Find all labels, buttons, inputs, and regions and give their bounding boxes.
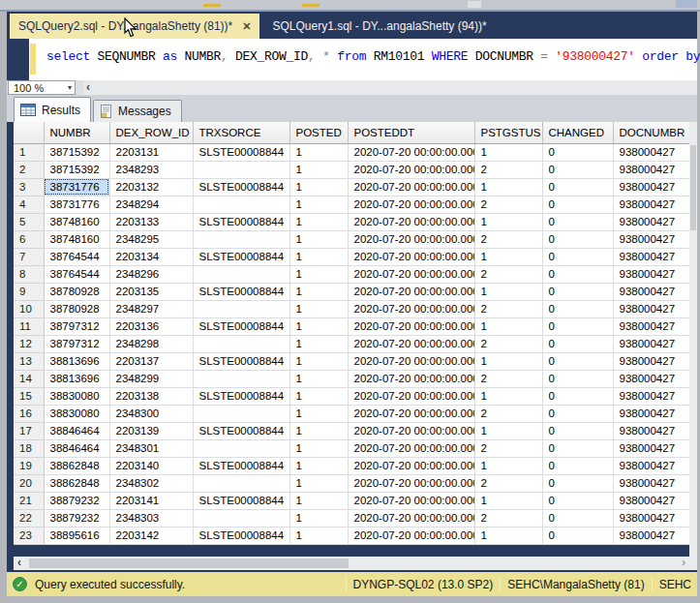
- grid-cell[interactable]: 2020-07-20 00:00:00.000: [348, 230, 474, 248]
- grid-cell[interactable]: 38731776: [44, 178, 109, 196]
- grid-cell[interactable]: 1: [289, 213, 348, 230]
- grid-cell[interactable]: 38813696: [44, 352, 109, 370]
- grid-cell[interactable]: 938000427: [613, 213, 689, 230]
- grid-cell[interactable]: 2020-07-20 00:00:00.000: [348, 143, 474, 161]
- grid-cell[interactable]: 2020-07-20 00:00:00.000: [348, 352, 474, 370]
- grid-cell[interactable]: 2: [474, 230, 542, 248]
- grid-cell[interactable]: 38862848: [44, 474, 109, 492]
- grid-cell[interactable]: 38813696: [44, 370, 109, 387]
- grid-cell[interactable]: 0: [542, 213, 613, 230]
- row-number-cell[interactable]: 18: [14, 439, 44, 457]
- grid-cell[interactable]: 2020-07-20 00:00:00.000: [348, 387, 474, 405]
- column-header[interactable]: TRXSORCE: [193, 122, 289, 143]
- grid-cell[interactable]: 1: [289, 370, 348, 387]
- grid-cell[interactable]: 0: [542, 492, 613, 509]
- grid-cell[interactable]: 1: [289, 405, 348, 422]
- grid-cell[interactable]: 2203133: [109, 213, 193, 230]
- grid-cell[interactable]: 2020-07-20 00:00:00.000: [348, 492, 474, 509]
- row-number-cell[interactable]: 6: [14, 230, 44, 248]
- row-number-cell[interactable]: 7: [14, 248, 44, 265]
- grid-cell[interactable]: [193, 509, 289, 527]
- grid-cell[interactable]: 2: [474, 405, 542, 422]
- grid-cell[interactable]: 2020-07-20 00:00:00.000: [348, 335, 474, 352]
- grid-cell[interactable]: 938000427: [613, 370, 689, 387]
- grid-cell[interactable]: 38764544: [44, 265, 109, 283]
- grid-cell[interactable]: 1: [289, 457, 348, 474]
- grid-cell[interactable]: 2020-07-20 00:00:00.000: [348, 300, 474, 317]
- grid-cell[interactable]: 2020-07-20 00:00:00.000: [348, 213, 474, 230]
- grid-cell[interactable]: 2: [474, 335, 542, 352]
- grid-cell[interactable]: 938000427: [613, 405, 689, 422]
- grid-cell[interactable]: 2203135: [109, 283, 193, 300]
- grid-cell[interactable]: [193, 370, 289, 387]
- grid-cell[interactable]: 1: [289, 196, 348, 213]
- grid-cell[interactable]: 0: [542, 527, 613, 544]
- row-number-cell[interactable]: 15: [14, 387, 44, 405]
- grid-cell[interactable]: 38715392: [44, 161, 109, 178]
- grid-cell[interactable]: 1: [474, 492, 542, 509]
- grid-cell[interactable]: 0: [542, 230, 613, 248]
- scrollbar-thumb[interactable]: [29, 558, 349, 568]
- grid-cell[interactable]: 2348296: [109, 265, 193, 283]
- grid-cell[interactable]: 938000427: [613, 283, 689, 300]
- grid-cell[interactable]: 1: [289, 283, 348, 300]
- row-number-cell[interactable]: 2: [14, 161, 44, 178]
- grid-cell[interactable]: 38780928: [44, 283, 109, 300]
- grid-cell[interactable]: 938000427: [613, 474, 689, 492]
- grid-horizontal-scrollbar[interactable]: ‹ ›: [14, 557, 689, 570]
- grid-cell[interactable]: 938000427: [613, 492, 689, 509]
- scroll-left-icon[interactable]: ‹: [86, 80, 90, 94]
- grid-cell[interactable]: 0: [542, 317, 613, 335]
- row-number-cell[interactable]: 19: [14, 457, 44, 474]
- grid-cell[interactable]: 2348293: [109, 161, 193, 178]
- grid-cell[interactable]: 1: [289, 178, 348, 196]
- grid-cell[interactable]: 1: [289, 509, 348, 527]
- row-number-cell[interactable]: 3: [14, 178, 44, 196]
- grid-cell[interactable]: 2203136: [109, 317, 193, 335]
- grid-cell[interactable]: 1: [289, 161, 348, 178]
- grid-cell[interactable]: 2348294: [109, 196, 193, 213]
- grid-cell[interactable]: SLSTE00008844: [193, 317, 289, 335]
- grid-cell[interactable]: 0: [542, 457, 613, 474]
- zoom-level-select[interactable]: 100 % ▾: [8, 80, 76, 95]
- grid-cell[interactable]: [193, 265, 289, 283]
- grid-cell[interactable]: 2020-07-20 00:00:00.000: [348, 422, 474, 439]
- grid-cell[interactable]: 2203138: [109, 387, 193, 405]
- grid-cell[interactable]: SLSTE00008844: [193, 387, 289, 405]
- tab-results[interactable]: Results: [14, 97, 91, 122]
- grid-cell[interactable]: 0: [542, 422, 613, 439]
- grid-cell[interactable]: 1: [474, 178, 542, 196]
- grid-cell[interactable]: 1: [289, 492, 348, 509]
- grid-cell[interactable]: 2: [474, 196, 542, 213]
- close-icon[interactable]: ✕: [242, 20, 251, 33]
- editor-horizontal-scrollbar[interactable]: ‹: [83, 80, 697, 95]
- grid-cell[interactable]: [193, 196, 289, 213]
- grid-cell[interactable]: [193, 335, 289, 352]
- grid-cell[interactable]: 0: [542, 335, 613, 352]
- grid-cell[interactable]: 0: [542, 161, 613, 178]
- grid-cell[interactable]: 1: [289, 230, 348, 248]
- grid-cell[interactable]: 2348297: [109, 300, 193, 317]
- row-number-cell[interactable]: 5: [14, 213, 44, 230]
- grid-cell[interactable]: 1: [289, 265, 348, 283]
- grid-cell[interactable]: 938000427: [613, 143, 689, 161]
- grid-cell[interactable]: 0: [542, 405, 613, 422]
- grid-cell[interactable]: 1: [474, 527, 542, 544]
- column-header[interactable]: CHANGED: [542, 122, 613, 143]
- grid-cell[interactable]: 938000427: [613, 196, 689, 213]
- row-number-cell[interactable]: 11: [14, 317, 44, 335]
- grid-cell[interactable]: 0: [542, 248, 613, 265]
- row-number-cell[interactable]: 9: [14, 283, 44, 300]
- grid-cell[interactable]: 1: [289, 143, 348, 161]
- scroll-left-icon[interactable]: ‹: [17, 557, 21, 569]
- grid-cell[interactable]: 938000427: [613, 300, 689, 317]
- row-number-cell[interactable]: 4: [14, 196, 44, 213]
- grid-cell[interactable]: 1: [289, 387, 348, 405]
- corner-header-cell[interactable]: [14, 122, 44, 143]
- grid-cell[interactable]: 1: [474, 213, 542, 230]
- grid-cell[interactable]: 2020-07-20 00:00:00.000: [348, 439, 474, 457]
- grid-cell[interactable]: 1: [474, 422, 542, 439]
- grid-cell[interactable]: SLSTE00008844: [193, 213, 289, 230]
- grid-cell[interactable]: 2348298: [109, 335, 193, 352]
- grid-cell[interactable]: 38879232: [44, 509, 109, 527]
